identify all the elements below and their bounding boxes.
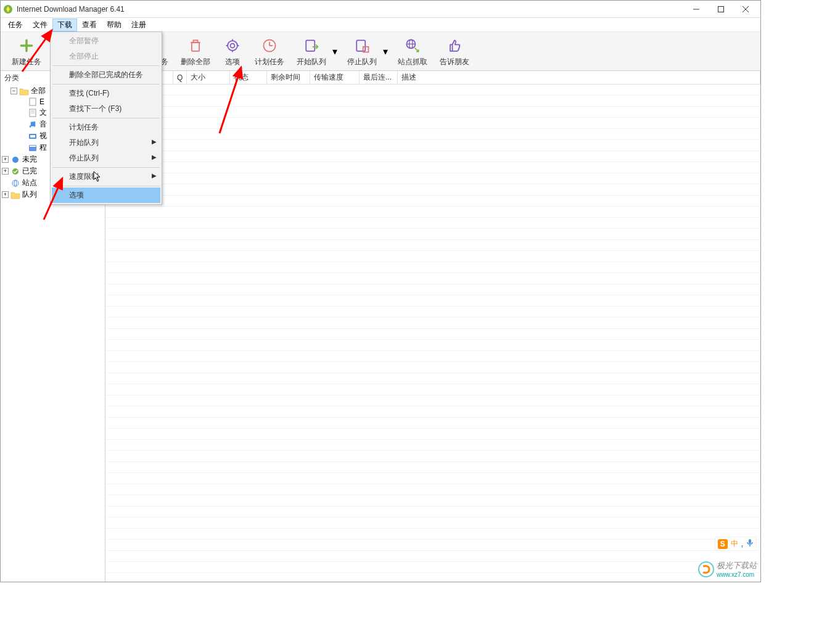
file-list: Q 大小 状态 剩余时间 传输速度 最后连... 描述 <box>105 71 760 582</box>
gear-icon <box>223 36 242 56</box>
menu-delete-completed[interactable]: 删除全部已完成的任务 <box>52 67 160 83</box>
plus-icon <box>17 36 36 56</box>
menu-separator <box>52 186 160 186</box>
video-icon <box>28 132 38 141</box>
titlebar: Internet Download Manager 6.41 <box>1 1 760 18</box>
menu-separator <box>52 167 160 168</box>
folder-icon <box>19 87 29 96</box>
svg-point-42 <box>14 180 17 186</box>
tool-stop-queue[interactable]: 停止队列 <box>341 35 383 68</box>
download-menu-dropdown: 全部暂停 全部停止 删除全部已完成的任务 查找 (Ctrl-F) 查找下一个 (… <box>50 31 162 205</box>
app-icon <box>3 4 13 14</box>
ime-indicator: S 中 , <box>715 537 757 551</box>
chevron-right-icon: ▶ <box>152 138 157 145</box>
menubar: 任务 文件 下载 查看 帮助 注册 <box>1 18 760 31</box>
music-icon <box>28 120 38 129</box>
tool-tell-friend[interactable]: 告诉朋友 <box>434 35 475 68</box>
status-icon <box>10 155 20 164</box>
tool-start-queue[interactable]: 开始队列 <box>290 35 332 68</box>
expander-icon[interactable]: + <box>2 168 9 175</box>
menu-find[interactable]: 查找 (Ctrl-F) <box>52 86 160 101</box>
svg-rect-25 <box>306 40 315 51</box>
menu-register[interactable]: 注册 <box>126 19 151 31</box>
menu-pause-all[interactable]: 全部暂停 <box>52 33 160 49</box>
page-icon <box>28 97 38 106</box>
col-status[interactable]: 状态 <box>230 71 267 84</box>
menu-download[interactable]: 下载 <box>52 19 77 31</box>
svg-rect-36 <box>30 135 35 138</box>
globe-icon <box>10 179 20 188</box>
menu-stop-queue[interactable]: 停止队列▶ <box>52 151 160 166</box>
ime-logo[interactable]: S <box>718 539 728 549</box>
svg-rect-31 <box>30 98 36 105</box>
menu-find-next[interactable]: 查找下一个 (F3) <box>52 101 160 117</box>
watermark-icon <box>698 561 714 577</box>
trash-all-icon <box>186 36 205 56</box>
window-title: Internet Download Manager 6.41 <box>17 5 684 14</box>
list-header: Q 大小 状态 剩余时间 传输速度 最后连... 描述 <box>105 71 760 85</box>
svg-point-17 <box>231 43 235 47</box>
microphone-icon[interactable] <box>746 539 754 549</box>
tool-scheduler[interactable]: 计划任务 <box>249 35 290 68</box>
expander-icon[interactable]: − <box>10 88 17 94</box>
svg-rect-2 <box>718 6 724 12</box>
menu-separator <box>52 65 160 66</box>
page-icon <box>28 109 38 117</box>
queue-start-icon <box>302 36 321 56</box>
tool-grabber[interactable]: 站点抓取 <box>392 35 434 68</box>
svg-point-39 <box>12 157 19 163</box>
list-body[interactable] <box>105 85 760 573</box>
menu-file[interactable]: 文件 <box>28 19 52 31</box>
grab-icon <box>403 36 422 56</box>
menu-start-queue[interactable]: 开始队列▶ <box>52 135 160 151</box>
maximize-button[interactable] <box>709 1 733 18</box>
svg-rect-26 <box>356 40 365 51</box>
menu-scheduler[interactable]: 计划任务 <box>52 120 160 135</box>
queue-stop-icon <box>352 36 372 56</box>
menu-separator <box>52 118 160 118</box>
ime-punct[interactable]: , <box>741 540 743 548</box>
tool-new-task[interactable]: 新建任务 <box>6 35 47 68</box>
svg-rect-38 <box>30 146 36 147</box>
stop-queue-dropdown[interactable]: ▾ <box>383 46 389 57</box>
chevron-right-icon: ▶ <box>152 172 157 179</box>
expander-icon[interactable]: + <box>2 156 9 163</box>
svg-rect-46 <box>749 539 751 543</box>
window-controls <box>684 1 758 18</box>
col-description[interactable]: 描述 <box>398 71 760 84</box>
close-button[interactable] <box>733 1 758 18</box>
svg-point-41 <box>12 180 19 186</box>
menu-tasks[interactable]: 任务 <box>3 19 28 31</box>
check-icon <box>10 167 20 176</box>
col-q[interactable]: Q <box>173 71 187 84</box>
clock-icon <box>260 36 279 56</box>
expander-icon[interactable]: + <box>2 191 9 198</box>
watermark-url: www.xz7.com <box>717 571 757 578</box>
svg-rect-13 <box>192 42 199 51</box>
thumbs-icon <box>445 36 464 56</box>
ime-lang[interactable]: 中 <box>731 539 738 549</box>
svg-rect-15 <box>194 40 198 43</box>
menu-stop-all[interactable]: 全部停止 <box>52 49 160 64</box>
col-size[interactable]: 大小 <box>187 71 230 84</box>
menu-options[interactable]: 选项 <box>52 188 160 203</box>
svg-point-16 <box>228 41 237 51</box>
col-time-left[interactable]: 剩余时间 <box>267 71 310 84</box>
tool-delete-all[interactable]: 删除全部 <box>175 35 216 68</box>
folder-icon <box>10 191 20 199</box>
menu-speed-limit[interactable]: 速度限制▶ <box>52 169 160 184</box>
app-icon <box>28 144 38 152</box>
watermark-brand: 极光下载站 <box>717 560 757 571</box>
menu-separator <box>52 84 160 85</box>
menu-help[interactable]: 帮助 <box>102 19 126 31</box>
col-last[interactable]: 最后连... <box>360 71 398 84</box>
tool-options[interactable]: 选项 <box>216 35 249 68</box>
minimize-button[interactable] <box>684 1 709 18</box>
svg-point-47 <box>699 562 714 577</box>
col-speed[interactable]: 传输速度 <box>310 71 360 84</box>
start-queue-dropdown[interactable]: ▾ <box>332 46 339 57</box>
menu-view[interactable]: 查看 <box>77 19 102 31</box>
watermark: 极光下载站 www.xz7.com <box>698 560 757 578</box>
chevron-right-icon: ▶ <box>152 154 157 160</box>
